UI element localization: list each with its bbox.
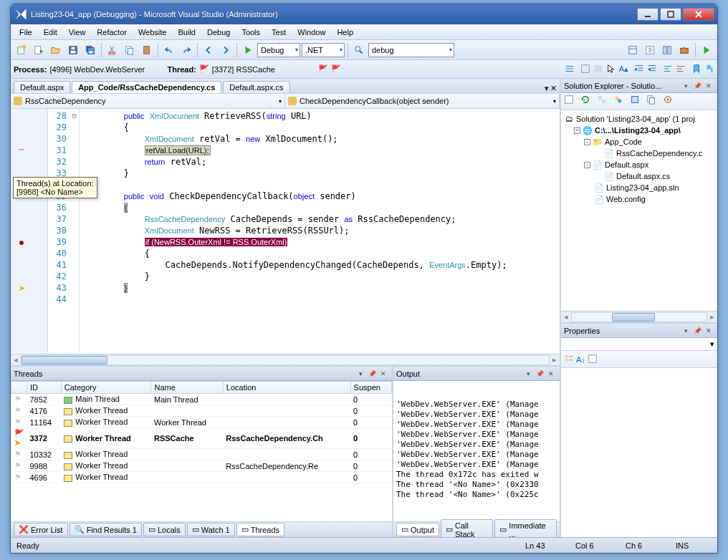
panel-menu-button[interactable]: ▾: [355, 368, 366, 380]
nav-fwd-button[interactable]: [218, 42, 234, 58]
panel-close-button[interactable]: ✕: [703, 325, 714, 337]
solution-explorer-button[interactable]: [625, 42, 641, 58]
thread-row[interactable]: ⚑7852Main ThreadMain Thread0: [11, 394, 392, 405]
sln-refresh-button[interactable]: [580, 95, 595, 109]
dropdown-icon[interactable]: ▾: [710, 339, 714, 349]
process-dropdown[interactable]: [4996] WebDev.WebServer: [49, 65, 164, 74]
alphabetical-button[interactable]: A↓: [576, 355, 585, 364]
flag-filter-button[interactable]: 🚩: [331, 64, 341, 74]
start-debug-button[interactable]: [240, 42, 256, 58]
tree-node[interactable]: 🗂Solution 'Listing23-04_app' (1 proj: [564, 113, 714, 125]
panel-close-button[interactable]: ✕: [703, 80, 714, 92]
thread-row[interactable]: ⚑4176Worker Thread0: [11, 405, 392, 417]
pin-icon[interactable]: 📌: [691, 80, 703, 92]
thread-dropdown[interactable]: [3372] RSSCache: [212, 65, 298, 74]
tree-node[interactable]: −🌐C:\...\Listing23-04_app\: [564, 125, 714, 136]
bottom-tab[interactable]: ▭Threads: [236, 523, 284, 536]
properties-window-button[interactable]: [642, 42, 658, 58]
tb-btn-a[interactable]: [580, 64, 590, 75]
tree-node[interactable]: 📄Web.config: [564, 193, 714, 205]
member-dropdown[interactable]: CheckDependencyCallback(object sender): [285, 94, 560, 108]
sln-copy-website-button[interactable]: [646, 95, 661, 109]
tb-btn-b[interactable]: [593, 64, 603, 75]
new-project-button[interactable]: [14, 42, 29, 58]
undo-button[interactable]: [161, 42, 177, 58]
solution-tree[interactable]: 🗂Solution 'Listing23-04_app' (1 proj−🌐C:…: [561, 110, 717, 311]
paste-button[interactable]: [139, 42, 155, 58]
menu-edit[interactable]: Edit: [38, 26, 63, 38]
doc-tab[interactable]: Default.aspx.cs: [223, 81, 289, 93]
menu-test[interactable]: Test: [266, 26, 292, 38]
minimize-button[interactable]: [637, 8, 658, 21]
menu-website[interactable]: Website: [133, 26, 173, 38]
bottom-tab[interactable]: 🔍Find Results 1: [70, 523, 142, 536]
tree-node[interactable]: 📄Listing23-04_app.sln: [564, 182, 714, 193]
prev-bookmark-button[interactable]: [704, 64, 714, 75]
doc-tab[interactable]: Default.aspx: [14, 81, 70, 93]
bottom-tab[interactable]: ▭Locals: [143, 523, 186, 536]
bottom-tab[interactable]: ❌Error List: [14, 523, 68, 536]
tree-node[interactable]: -📁App_Code: [564, 136, 714, 148]
sln-view-code-button[interactable]: [613, 95, 628, 109]
thread-row[interactable]: ⚑11164Worker ThreadWorker Thread0: [11, 417, 392, 428]
close-document-button[interactable]: ✕: [550, 84, 557, 93]
output-text[interactable]: 'WebDev.WebServer.EXE' (Manage 'WebDev.W…: [393, 397, 560, 521]
panel-menu-button[interactable]: ▾: [680, 325, 691, 337]
save-button[interactable]: [65, 42, 81, 58]
editor-hscroll[interactable]: ◂ ▸: [11, 354, 560, 365]
nav-back-button[interactable]: [201, 42, 216, 58]
pin-icon[interactable]: 📌: [366, 368, 378, 380]
active-files-dropdown[interactable]: ▾: [545, 84, 549, 93]
menu-help[interactable]: Help: [331, 26, 359, 38]
titlebar[interactable]: Listing23-04_app (Debugging) - Microsoft…: [11, 4, 717, 24]
thread-row[interactable]: 🚩➤3372Worker ThreadRSSCacheRssCacheDepen…: [11, 428, 392, 449]
menu-file[interactable]: File: [14, 26, 38, 38]
find-in-files-button[interactable]: [351, 42, 367, 58]
sln-config-button[interactable]: [663, 95, 677, 109]
sln-hscroll[interactable]: ◂ ▸: [561, 311, 717, 322]
bookmark-button[interactable]: [691, 64, 701, 75]
panel-close-button[interactable]: ✕: [545, 368, 557, 380]
start-button[interactable]: [699, 42, 714, 58]
thread-row[interactable]: ⚑10332Worker Thread0: [11, 449, 392, 460]
type-dropdown[interactable]: RssCacheDependency: [11, 94, 285, 108]
indent-button[interactable]: [634, 64, 644, 75]
panel-menu-button[interactable]: ▾: [680, 80, 691, 92]
uncomment-button[interactable]: [676, 64, 686, 75]
copy-button[interactable]: [122, 42, 138, 58]
platform-dropdown[interactable]: .NET: [302, 43, 345, 57]
thread-row[interactable]: ⚑4696Worker Thread0: [11, 472, 392, 483]
pointer-icon[interactable]: [606, 64, 616, 75]
menu-build[interactable]: Build: [172, 26, 201, 38]
tree-node[interactable]: -📄Default.aspx: [564, 159, 714, 170]
pin-icon[interactable]: 📌: [691, 325, 703, 337]
bottom-tab[interactable]: ▭Output: [396, 523, 439, 536]
menu-view[interactable]: View: [63, 26, 92, 38]
redo-button[interactable]: [178, 42, 194, 58]
tree-node[interactable]: 📄Default.aspx.cs: [564, 170, 714, 182]
menu-debug[interactable]: Debug: [201, 26, 236, 38]
menu-refactor[interactable]: Refactor: [91, 26, 133, 38]
code-editor[interactable]: 〰●➤ 2829303132333435363738394041424344 ⊟…: [11, 109, 560, 354]
maximize-button[interactable]: [660, 8, 681, 21]
thread-row[interactable]: ⚑9988Worker ThreadRssCacheDependency.Re0: [11, 460, 392, 472]
find-dropdown[interactable]: debug: [368, 43, 454, 57]
categorized-button[interactable]: [564, 354, 574, 365]
outdent-button[interactable]: [647, 64, 657, 75]
sln-view-designer-button[interactable]: [630, 95, 644, 109]
tree-node[interactable]: 📄RssCacheDependency.c: [564, 148, 714, 159]
cut-button[interactable]: [105, 42, 120, 58]
save-all-button[interactable]: [82, 42, 98, 58]
pin-icon[interactable]: 📌: [534, 368, 545, 380]
add-item-button[interactable]: [31, 42, 47, 58]
doc-tab[interactable]: App_Code/RssCacheDependency.cs: [72, 81, 221, 93]
bottom-tab[interactable]: ▭Watch 1: [187, 523, 235, 536]
menu-tools[interactable]: Tools: [236, 26, 266, 38]
show-threads-button[interactable]: [565, 64, 575, 75]
sln-nest-button[interactable]: [597, 95, 611, 109]
panel-close-button[interactable]: ✕: [378, 368, 389, 380]
open-button[interactable]: [48, 42, 64, 58]
threads-grid[interactable]: IDCategoryNameLocationSuspen⚑7852Main Th…: [11, 381, 392, 521]
config-dropdown[interactable]: Debug: [257, 43, 300, 57]
panel-menu-button[interactable]: ▾: [522, 368, 534, 380]
